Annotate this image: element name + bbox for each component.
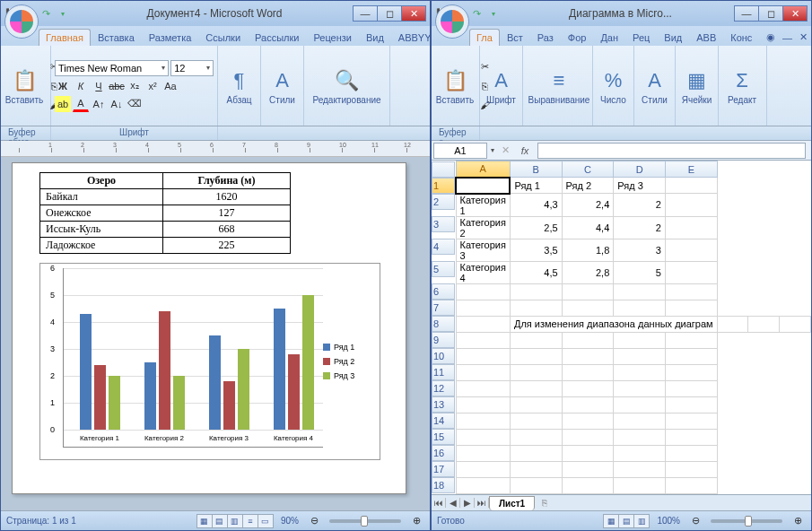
minimize-button[interactable]: ― [353,5,378,22]
row-header[interactable]: 8 [432,316,455,332]
cell[interactable] [562,364,614,380]
cell[interactable] [665,178,717,194]
cell[interactable] [456,380,510,396]
cell[interactable] [665,216,717,239]
close-button[interactable]: ✕ [782,5,808,22]
last-sheet-icon[interactable]: ⏭ [475,498,489,508]
qat-dropdown-icon[interactable]: ▾ [56,6,70,21]
cell[interactable] [614,413,666,429]
cell[interactable]: Ряд 3 [614,178,666,194]
cell[interactable] [510,429,562,445]
zoom-in-button[interactable]: ⊕ [790,513,806,529]
page-layout-view-icon[interactable]: ▤ [618,514,634,528]
cell[interactable] [510,348,562,364]
font-color-button[interactable]: A [73,96,89,112]
cell[interactable]: Категория 4 [456,261,510,283]
cell[interactable] [562,348,614,364]
tab-layout[interactable]: Раз [530,29,561,46]
column-header[interactable]: D [614,161,666,178]
cell[interactable] [748,316,780,332]
qat-dropdown-icon[interactable]: ▾ [486,6,501,21]
cell[interactable] [665,429,717,445]
cell[interactable] [510,283,562,300]
cell[interactable] [614,332,666,348]
cell[interactable] [456,429,510,445]
bold-button[interactable]: Ж [55,78,71,94]
row-header[interactable]: 10 [432,348,455,364]
tab-insert[interactable]: Вставка [91,29,142,46]
cell[interactable] [562,429,614,445]
cell[interactable] [665,239,717,261]
doc-close-icon[interactable]: ✕ [796,29,811,46]
cell[interactable] [614,461,666,477]
page-indicator[interactable]: Страница: 1 из 1 [6,516,76,526]
cell[interactable] [665,477,717,493]
row-header[interactable]: 4 [432,239,455,255]
cell[interactable] [562,300,614,316]
cell[interactable] [510,477,562,493]
office-button[interactable] [435,4,469,39]
cell[interactable] [665,283,717,300]
number-button[interactable]: %Число [597,57,630,116]
cell[interactable]: 2 [614,216,666,239]
cell[interactable] [456,348,510,364]
cell[interactable] [456,316,510,332]
font-size-combo[interactable]: 12▾ [170,60,214,76]
select-all-cell[interactable] [432,161,455,178]
cell[interactable] [562,396,614,413]
doc-minimize-icon[interactable]: ― [779,30,796,46]
cell[interactable]: 3,5 [510,239,562,261]
italic-button[interactable]: К [73,78,89,94]
tab-layout[interactable]: Разметка [142,29,199,46]
new-sheet-icon[interactable]: ⎘ [535,496,554,509]
tab-insert[interactable]: Вст [500,29,530,46]
first-sheet-icon[interactable]: ⏮ [432,498,446,508]
cell[interactable]: 3 [614,239,666,261]
cell[interactable]: 4,4 [562,216,614,239]
minimize-button[interactable]: ― [734,5,759,22]
cell[interactable] [456,178,510,194]
cell[interactable] [456,396,510,413]
horizontal-ruler[interactable]: 123456789101112 [1,141,430,157]
cell[interactable] [665,461,717,477]
superscript-button[interactable]: x² [144,78,161,94]
column-header[interactable]: A [456,161,510,178]
cell[interactable]: Категория 3 [456,239,510,261]
cell[interactable] [665,261,717,283]
cell[interactable] [562,413,614,429]
formula-input[interactable] [537,143,806,159]
cell[interactable]: 2,4 [562,194,614,217]
office-button[interactable] [4,4,39,39]
tab-home[interactable]: Гла [469,29,500,46]
editing-button[interactable]: ΣРедакт [722,57,762,116]
font-name-combo[interactable]: Times New Roman▾ [55,60,169,76]
cell[interactable] [665,194,717,217]
row-header[interactable]: 7 [432,300,455,316]
cell[interactable] [510,413,562,429]
web-view-icon[interactable]: ▥ [227,514,243,528]
cell[interactable] [456,300,510,316]
paragraph-button[interactable]: ¶ Абзац [222,57,257,116]
close-button[interactable]: ✕ [401,5,426,22]
maximize-button[interactable]: ◻ [758,5,783,22]
cell[interactable] [456,461,510,477]
cell[interactable] [510,300,562,316]
draft-view-icon[interactable]: ▭ [258,514,274,528]
cell[interactable] [562,461,614,477]
maximize-button[interactable]: ◻ [377,5,402,22]
cell[interactable] [510,332,562,348]
document-area[interactable]: ОзероГлубина (м) Байкал1620 Онежское127 … [1,157,430,510]
zoom-slider[interactable] [711,519,782,523]
cell[interactable]: Для изменения диапазона данных диаграм [510,316,717,332]
cell[interactable] [510,364,562,380]
row-header[interactable]: 5 [432,261,455,277]
reading-view-icon[interactable]: ▤ [212,514,228,528]
zoom-out-button[interactable]: ⊖ [687,513,703,529]
paste-button[interactable]: 📋 Вставить [4,57,44,116]
cell[interactable] [614,364,666,380]
cell[interactable] [665,332,717,348]
clear-format-button[interactable]: ⌫ [127,96,143,112]
cell[interactable] [562,477,614,493]
row-header[interactable]: 1 [432,178,455,194]
zoom-out-button[interactable]: ⊖ [306,513,322,529]
